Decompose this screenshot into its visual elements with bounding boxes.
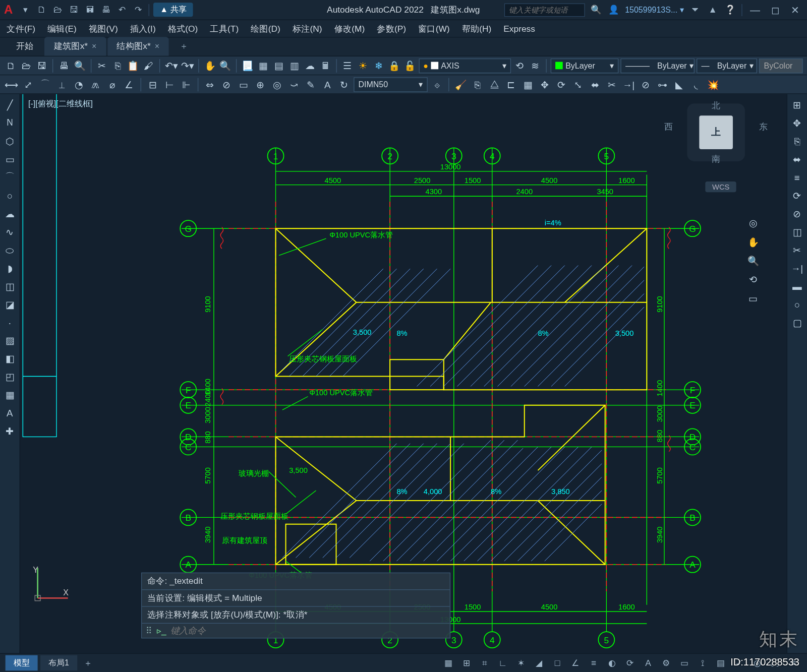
et-move-icon[interactable]: ✥ [789,115,805,131]
dimstyle-manager-icon[interactable]: ⟐ [430,77,444,92]
properties-icon[interactable]: 📃 [241,58,254,73]
mspace-icon[interactable]: ▦ [440,655,456,670]
view-cube[interactable]: 北 西 东 上 南 [679,101,753,164]
menu-express[interactable]: Express [503,24,535,34]
menu-modify[interactable]: 修改(M) [334,23,365,35]
linetype-dropdown[interactable]: ——— ByLayer▾ [621,58,695,73]
menu-insert[interactable]: 插入(I) [130,23,156,35]
iso-icon[interactable]: ◢ [531,655,547,670]
command-input[interactable] [170,626,446,636]
lineweight-dropdown[interactable]: — ByLayer▾ [697,58,757,73]
new-file-icon[interactable]: 🗋 [4,58,18,73]
exchange-icon[interactable]: ⏷ [689,4,701,16]
help-icon[interactable]: ❔ [724,4,736,16]
tab-start[interactable]: 开始 [7,37,43,55]
break-icon[interactable]: ⊘ [638,77,653,92]
open-file-icon[interactable]: 🗁 [20,58,33,73]
minimize-icon[interactable]: — [747,3,762,17]
arc-icon[interactable]: ⌒ [2,169,18,186]
dim-arc-icon[interactable]: ⌒ [38,77,52,92]
et-explode-icon[interactable]: ⊞ [789,97,805,113]
dim-update-icon[interactable]: ↻ [337,77,352,92]
copy2-icon[interactable]: ⎘ [470,77,485,92]
dim-diameter-icon[interactable]: ⌀ [105,77,120,92]
et-break-icon[interactable]: ⊘ [789,206,805,222]
et-rotate-icon[interactable]: ⟳ [789,188,805,204]
rotate-icon[interactable]: ⟳ [554,77,568,92]
array-icon[interactable]: ▦ [521,77,535,92]
pan-icon[interactable]: ✋ [203,58,216,73]
addselected-icon[interactable]: ✚ [2,423,18,440]
scale-icon[interactable]: ⤡ [571,77,586,92]
add-layout-icon[interactable]: ＋ [80,655,96,670]
ellipse-icon[interactable]: ⬭ [2,242,18,258]
stretch-icon[interactable]: ⬌ [588,77,602,92]
erase-icon[interactable]: 🧹 [453,77,468,92]
tab-new[interactable]: ＋ [170,37,198,55]
gradient-icon[interactable]: ◧ [2,351,18,367]
cut-icon[interactable]: ✂ [95,58,109,73]
menu-edit[interactable]: 编辑(E) [47,23,77,35]
trim-icon[interactable]: ✂ [604,77,619,92]
plotstyle-dropdown[interactable]: ByColor [759,58,802,73]
snap-icon[interactable]: ⌗ [477,655,493,670]
new-icon[interactable]: 🗋 [36,4,48,16]
cmd-handle-icon[interactable]: ⠿ [146,626,152,636]
nav-zoom-icon[interactable]: 🔍 [745,253,761,269]
menu-icon[interactable]: ▾ [20,4,32,16]
menu-format[interactable]: 格式(O) [168,23,198,35]
extend-icon[interactable]: →| [621,77,636,92]
menu-help[interactable]: 帮助(H) [462,23,492,35]
units-icon[interactable]: ⟟ [695,655,711,670]
point-icon[interactable]: · [2,315,18,331]
table-icon[interactable]: ▦ [2,387,18,403]
et-cookie-icon[interactable]: ○ [789,296,805,313]
region-icon[interactable]: ◰ [2,369,18,385]
et-block-replace-icon[interactable]: ◫ [789,224,805,240]
lwt-icon[interactable]: ≡ [586,655,602,670]
tool-palette-icon[interactable]: ▤ [272,58,285,73]
dim-radius-icon[interactable]: ◔ [71,77,86,92]
dim-break-icon[interactable]: ⊘ [219,77,234,92]
tolerance-icon[interactable]: ▭ [236,77,251,92]
otrack-icon[interactable]: ∠ [567,655,584,670]
et-stretch-icon[interactable]: ⬌ [789,151,805,167]
et-align-icon[interactable]: ≡ [789,169,805,186]
nav-showmotion-icon[interactable]: ▭ [745,290,761,307]
wcs-label[interactable]: WCS [706,181,736,192]
menu-file[interactable]: 文件(F) [7,23,35,35]
transparency-icon[interactable]: ◐ [604,655,620,670]
dim-angular-icon[interactable]: ∠ [122,77,136,92]
menu-view[interactable]: 视图(V) [89,23,118,35]
circle-icon[interactable]: ○ [2,188,18,204]
annotation-scale-icon[interactable]: A [640,655,656,670]
share-button[interactable]: ▲ 共享 [153,3,193,17]
undo-icon[interactable]: ↶▾ [164,58,178,73]
tab-doc2[interactable]: 结构图x*× [107,37,169,55]
line-icon[interactable]: ╱ [2,97,18,113]
plot-preview-icon[interactable]: 🔍 [73,58,87,73]
offset-icon[interactable]: ⊏ [503,77,518,92]
move-icon[interactable]: ✥ [537,77,552,92]
et-flatten-icon[interactable]: ▬ [789,278,805,294]
nav-wheel-icon[interactable]: ◎ [745,215,761,231]
layer-color-icon[interactable]: 🔓 [403,58,417,73]
mtext-icon[interactable]: A [2,405,18,421]
dim-quick-icon[interactable]: ⊟ [145,77,160,92]
insert-block-icon[interactable]: ◫ [2,278,18,294]
fillet-icon[interactable]: ◟ [688,77,703,92]
make-block-icon[interactable]: ◪ [2,296,18,313]
ortho-icon[interactable]: ∟ [495,655,511,670]
layer-lock-icon[interactable]: 🔒 [387,58,401,73]
revcloud-icon[interactable]: ☁ [2,206,18,222]
nav-orbit-icon[interactable]: ⟲ [745,272,761,288]
redo-icon[interactable]: ↷▾ [180,58,194,73]
match-icon[interactable]: 🖌 [142,58,155,73]
close-icon[interactable]: ✕ [788,3,802,17]
layer-freeze-icon[interactable]: ❄ [372,58,385,73]
layer-match-icon[interactable]: ≋ [529,58,542,73]
et-trim-icon[interactable]: ✂ [789,242,805,258]
nav-pan-icon[interactable]: ✋ [745,234,761,250]
redo-icon[interactable]: ↷ [133,4,145,16]
dim-tedit-icon[interactable]: A [320,77,335,92]
